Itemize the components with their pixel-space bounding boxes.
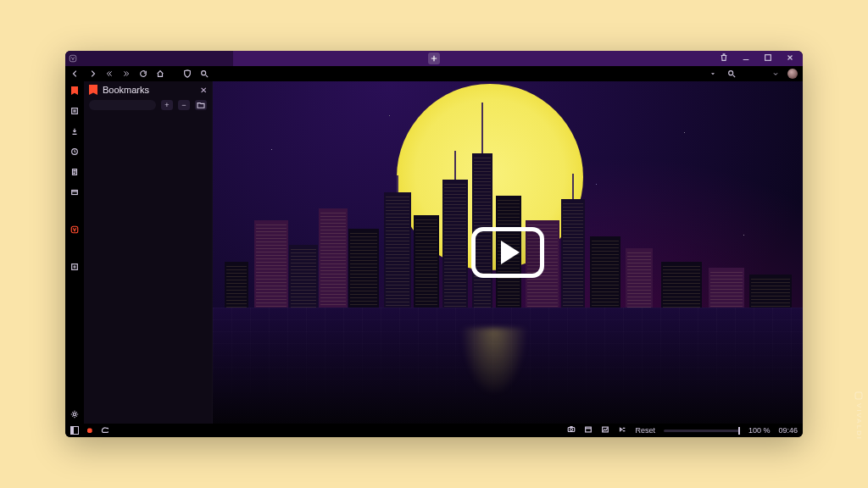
search-icon[interactable]	[199, 69, 209, 79]
panel-body[interactable]	[84, 114, 212, 424]
svg-point-11	[73, 413, 75, 415]
status-sync-icon[interactable]	[100, 425, 108, 435]
svg-rect-14	[586, 427, 592, 432]
reload-button[interactable]	[138, 69, 148, 79]
maximize-button[interactable]	[764, 53, 772, 64]
zoom-value: 100 %	[748, 426, 771, 435]
panel-header: Bookmarks ✕	[84, 81, 212, 98]
panel-toolbar: + −	[84, 98, 212, 114]
svg-rect-2	[765, 55, 771, 61]
svg-point-3	[202, 71, 206, 75]
svg-rect-0	[855, 392, 862, 399]
rail-bookmarks-icon[interactable]	[69, 85, 81, 97]
rail-history-icon[interactable]	[69, 146, 81, 158]
nav-forward-button[interactable]	[87, 69, 97, 79]
addr-search-icon[interactable]	[726, 69, 737, 79]
new-tab-button[interactable]	[428, 53, 440, 64]
zoom-reset-button[interactable]: Reset	[635, 426, 655, 435]
tab-strip	[81, 51, 720, 66]
rail-vivaldi-icon[interactable]	[69, 224, 81, 236]
home-button[interactable]	[155, 69, 165, 79]
tracker-shield-icon[interactable]	[182, 69, 192, 79]
browser-window: Bookmarks ✕ + −	[65, 51, 803, 437]
nav-back-button[interactable]	[70, 69, 81, 79]
svg-rect-1	[70, 55, 76, 62]
tiling-icon[interactable]	[584, 425, 593, 435]
panel-rail	[65, 81, 84, 424]
svg-point-13	[570, 429, 573, 431]
rail-settings-icon[interactable]	[69, 408, 81, 420]
svg-rect-8	[72, 191, 78, 195]
panel-remove-button[interactable]: −	[178, 100, 190, 110]
page-content[interactable]	[213, 81, 803, 424]
reader-dropdown-icon[interactable]	[708, 69, 718, 79]
panel-search-input[interactable]	[89, 100, 156, 110]
trash-icon[interactable]	[720, 53, 728, 64]
tab-active[interactable]	[81, 51, 233, 66]
vivaldi-watermark: VIVALDI	[854, 391, 863, 441]
main-area: Bookmarks ✕ + −	[65, 81, 803, 424]
rail-add-panel-button[interactable]	[69, 261, 81, 273]
window-controls	[720, 53, 803, 64]
nav-rewind-button[interactable]	[104, 69, 114, 79]
panel-folder-button[interactable]	[195, 100, 207, 110]
svg-rect-5	[72, 108, 78, 114]
address-bar	[65, 66, 803, 81]
bookmark-icon	[89, 85, 97, 95]
svg-point-4	[729, 71, 733, 75]
nav-fastforward-button[interactable]	[121, 69, 131, 79]
page-actions-icon[interactable]	[618, 425, 626, 435]
panel-close-button[interactable]: ✕	[200, 86, 207, 95]
rail-window-panel-icon[interactable]	[69, 186, 81, 198]
images-toggle-icon[interactable]	[601, 425, 609, 435]
panel-toggle-button[interactable]	[70, 426, 79, 435]
extensions-dropdown-icon[interactable]	[771, 69, 781, 79]
titlebar	[65, 51, 803, 66]
rail-downloads-icon[interactable]	[69, 125, 81, 137]
vivaldi-menu-button[interactable]	[65, 51, 81, 66]
rail-reading-list-icon[interactable]	[69, 105, 81, 117]
capture-icon[interactable]	[567, 425, 576, 435]
zoom-slider[interactable]	[664, 430, 740, 432]
close-button[interactable]	[786, 53, 794, 64]
panel-title: Bookmarks	[103, 85, 149, 95]
rail-notes-icon[interactable]	[69, 166, 81, 178]
clock[interactable]: 09:46	[778, 426, 798, 435]
status-bar: ⏺ Reset 100 % 09:46	[65, 424, 803, 437]
play-video-button[interactable]	[471, 227, 544, 278]
play-icon	[501, 241, 520, 264]
panel-add-button[interactable]: +	[161, 100, 173, 110]
minimize-button[interactable]	[742, 53, 750, 64]
profile-avatar[interactable]	[787, 69, 798, 79]
status-record-icon[interactable]: ⏺	[86, 426, 93, 435]
bookmarks-panel: Bookmarks ✕ + −	[84, 81, 213, 424]
wallpaper-reflection	[460, 328, 528, 396]
